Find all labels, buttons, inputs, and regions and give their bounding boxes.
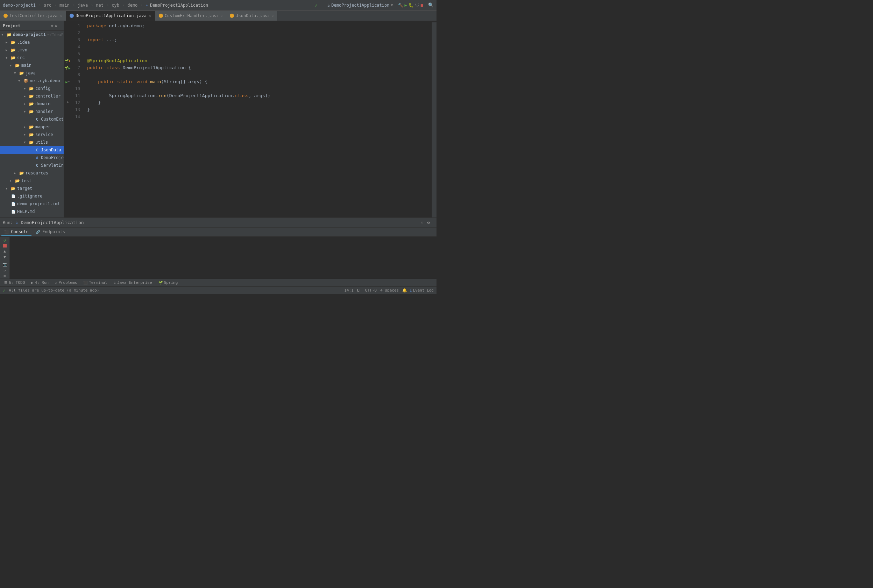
run-close-btn[interactable]: ✕ [421,220,423,225]
breadcrumb-java[interactable]: java [78,3,88,8]
run-button[interactable]: ▶ [405,3,407,8]
tree-item-mapper[interactable]: ▶ 📂 mapper [0,123,64,131]
tree-item-iml[interactable]: 📄 demo-project1.iml [0,200,64,208]
tree-item-service[interactable]: ▶ 📂 service [0,131,64,138]
tree-arrow-java[interactable]: ▼ [14,71,19,75]
tree-arrow-src[interactable]: ▼ [6,56,11,59]
console-wrap-btn[interactable]: ↵ [2,268,8,273]
fold-gutter-12[interactable]: └ [66,101,68,105]
run-config-dropdown[interactable]: ▼ [391,3,393,7]
stop-button[interactable]: ■ [421,3,423,8]
tree-arrow-test[interactable]: ▶ [10,179,15,183]
indent-size[interactable]: 4 spaces [380,288,399,292]
tree-arrow-resources[interactable]: ▶ [14,171,19,175]
panel-minimize-icon[interactable]: — [431,220,434,225]
strip-tab-run[interactable]: ▶ 4: Run [29,279,51,286]
tree-item-help[interactable]: 📄 HELP.md [0,208,64,215]
tree-arrow-handler[interactable]: ▼ [24,110,29,113]
tree-arrow-idea[interactable]: ▶ [6,40,11,44]
tree-item-config[interactable]: ▶ 📂 config [0,85,64,92]
tree-arrow-mapper[interactable]: ▶ [24,125,29,129]
event-log[interactable]: 🔔 1 Event Log [402,288,434,292]
strip-tab-problems[interactable]: ⚠ Problems [52,279,80,286]
sidebar-minimize-icon[interactable]: — [59,23,61,28]
tree-item-src[interactable]: ▼ 📂 src [0,54,64,62]
tree-arrow-mvn[interactable]: ▶ [6,48,11,52]
tab-endpoints[interactable]: 🔗 Endpoints [33,229,68,236]
code-editor[interactable]: 🌱 ◆ 🌱 ▶ ▶ ─ └ [64,21,437,218]
sidebar-add-icon[interactable]: ⊕ [51,23,54,28]
panel-settings-icon[interactable]: ⚙ [427,220,430,225]
console-up-btn[interactable]: ▲ [2,249,8,254]
tab-close-handler[interactable]: ✕ [220,14,222,18]
breadcrumb-project[interactable]: demo-project1 [3,3,36,8]
build-button[interactable]: 🔨 [398,3,403,8]
debug-button[interactable]: 🐛 [409,3,414,8]
tree-item-utils[interactable]: ▼ 📂 utils [0,138,64,146]
breadcrumb-file[interactable]: DemoProject1Application [150,3,208,8]
tab-close-test-controller[interactable]: ✕ [60,14,62,18]
tree-arrow-utils[interactable]: ▼ [24,141,29,144]
tree-item-main[interactable]: ▼ 📂 main [0,62,64,69]
tree-arrow-service[interactable]: ▶ [24,133,29,136]
encoding[interactable]: UTF-8 [365,288,377,292]
tree-item-java[interactable]: ▼ 📂 java [0,69,64,77]
sidebar-gear-icon[interactable]: ⚙ [55,23,57,28]
coverage-button[interactable]: 🛡 [415,3,419,8]
breadcrumb-net[interactable]: net [96,3,104,8]
console-tree-btn[interactable]: ≡ [2,274,8,279]
tree-item-handler[interactable]: ▼ 📂 handler [0,108,64,116]
tree-arrow-controller[interactable]: ▶ [24,94,29,98]
tab-close-json[interactable]: ✕ [271,14,273,18]
cursor-position[interactable]: 14:1 [344,288,354,292]
breadcrumb-demo[interactable]: demo [127,3,137,8]
run-config-name[interactable]: DemoProject1Application [331,3,389,8]
tab-console[interactable]: ⬛ Console [2,229,32,236]
tree-item-test[interactable]: ▶ 📂 test [0,177,64,184]
strip-tab-todo[interactable]: ☰ 6: TODO [2,279,28,286]
tab-custom-ext-handler[interactable]: CustomExtHandler.java ✕ [155,11,227,21]
console-screenshot-btn[interactable]: 📷 [2,262,8,267]
gutter-7: 🌱 ▶ [64,64,71,71]
tab-test-controller[interactable]: TestController.java ✕ [0,11,66,21]
tree-item-root[interactable]: ▼ 📁 demo-project1 ~/IdeaProjects/demo-pr… [0,31,64,39]
strip-tab-terminal[interactable]: ⬛ Terminal [80,279,110,286]
tree-arrow-config[interactable]: ▶ [24,87,29,90]
tab-json-data[interactable]: JsonData.java ✕ [226,11,277,21]
tree-item-servlet[interactable]: C ServletInitializer [0,162,64,169]
strip-tab-java-enterprise[interactable]: ☕ Java Enterprise [111,279,155,286]
tree-item-package[interactable]: ▼ 📦 net.cyb.demo [0,77,64,85]
tree-item-domain[interactable]: ▶ 📂 domain [0,100,64,108]
tree-arrow-domain[interactable]: ▶ [24,102,29,106]
breadcrumb-src[interactable]: src [44,3,51,8]
main-layout: Project ⊕ ⚙ — ▼ 📁 demo-project1 ~/IdeaPr… [0,21,437,218]
console-down-btn[interactable]: ▼ [2,255,8,260]
tree-arrow-package[interactable]: ▼ [18,79,23,82]
tree-label-domain: domain [35,101,50,106]
tree-item-idea[interactable]: ▶ 📂 .idea [0,39,64,46]
console-stop-btn[interactable] [2,244,8,248]
tree-item-json-data[interactable]: C JsonData [0,146,64,154]
tree-arrow-root[interactable]: ▼ [2,33,6,36]
search-everywhere-button[interactable]: 🔍 [428,3,434,8]
tree-item-resources[interactable]: ▶ 📂 resources [0,169,64,177]
tree-item-custom-ext-handler[interactable]: C CustomExtHandler [0,116,64,123]
tree-item-controller[interactable]: ▶ 📂 controller [0,92,64,100]
strip-tab-spring[interactable]: 🌱 Spring [156,279,181,286]
tab-close-demo[interactable]: ✕ [149,14,152,18]
code-line-6: @SpringBootApplication [87,57,431,64]
tree-item-demo-app[interactable]: A DemoProject1Application [0,154,64,162]
breadcrumb-cyb[interactable]: cyb [111,3,119,8]
tree-item-target[interactable]: ▼ 📂 target [0,184,64,192]
tree-arrow-main[interactable]: ▼ [10,64,15,67]
run-gutter-7[interactable]: ▶ [68,66,70,70]
tree-item-gitignore[interactable]: 📄 .gitignore [0,192,64,200]
fold-gutter-9[interactable]: ─ [68,80,69,84]
tree-item-mvn[interactable]: ▶ 📂 .mvn [0,46,64,54]
breadcrumb-main[interactable]: main [59,3,70,8]
code-content[interactable]: package net.cyb.demo; import ...; @Sprin… [86,22,431,218]
line-ending[interactable]: LF [357,288,362,292]
tree-arrow-target[interactable]: ▼ [6,187,11,190]
tab-demo-project1-application[interactable]: DemoProject1Application.java ✕ [66,11,155,21]
console-rerun-btn[interactable]: ↺ [2,238,8,243]
